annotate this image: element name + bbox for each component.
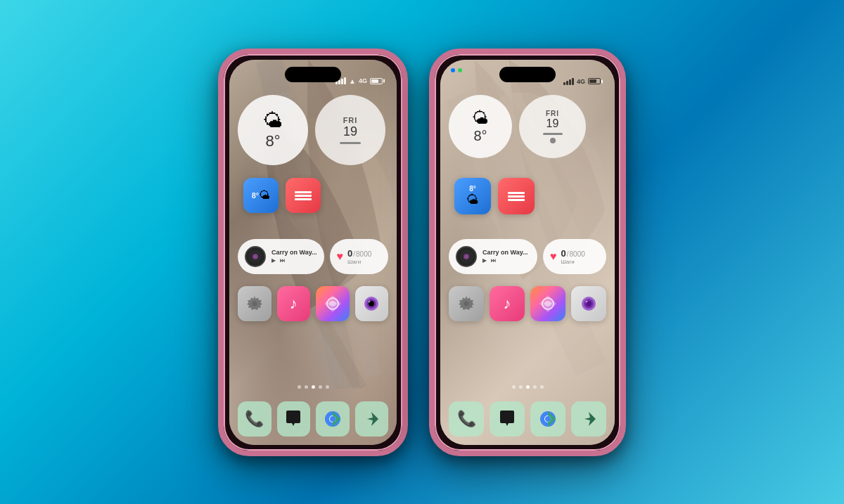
settings-icon-2[interactable] — [449, 286, 484, 321]
health-count-2: 0 — [561, 248, 566, 259]
health-widget-2[interactable]: ♥ 0 / 8000 Шаги — [543, 239, 606, 274]
health-widget-1[interactable]: ♥ 0 / 8000 Шаги — [330, 239, 388, 274]
signal-label-2: 4G — [577, 78, 585, 85]
widgets-area-2: 🌤 8° FRI 19 — [449, 95, 606, 158]
red-app-icon-1[interactable] — [286, 178, 321, 213]
next-button-2[interactable]: ⏭ — [491, 257, 497, 264]
phone-2-frame: 4G 🌤 8° FRI 19 — [429, 49, 626, 456]
dock-chat-icon-1[interactable] — [277, 401, 311, 437]
widgets-area-1: 🌤 8° FRI 19 — [238, 95, 388, 165]
camera-app-icon-2[interactable] — [571, 286, 606, 321]
dock-send-icon-2[interactable] — [571, 401, 606, 437]
send-icon-2 — [580, 411, 597, 427]
dock-send-icon-1[interactable] — [355, 401, 389, 437]
page-dots-2 — [440, 385, 615, 389]
svg-rect-9 — [295, 198, 312, 200]
music-app-icon-sm-2[interactable]: ♪ — [490, 286, 525, 321]
red-app-icon-2[interactable] — [498, 178, 535, 214]
send-icon — [363, 411, 380, 427]
phone-1-frame: ▲ 4G 🌤 8° FRI 19 — [218, 49, 408, 456]
settings-icon-1[interactable] — [238, 286, 271, 321]
svg-rect-23 — [508, 195, 525, 198]
weather-icon-2: 🌤 — [472, 108, 489, 128]
app-row-2: 8° 🌤 — [454, 178, 535, 214]
page-dot — [305, 385, 308, 389]
weather-temp-2: 8° — [473, 128, 487, 144]
chat-icon — [283, 409, 303, 429]
weather-label-2: 8° — [469, 185, 476, 193]
camera-icon-2 — [579, 294, 599, 314]
power-button-2[interactable] — [625, 160, 626, 209]
status-icons-1: ▲ 4G — [335, 77, 383, 85]
dock-1: 📞 — [238, 401, 388, 437]
music-widget-1[interactable]: Carry on Way... ▶ ⏭ — [238, 239, 324, 274]
widgets-row2-1: Carry on Way... ▶ ⏭ ♥ 0 / 8000 — [238, 239, 388, 274]
music-widget-2[interactable]: Carry on Way... ▶ ⏭ — [449, 239, 537, 274]
health-info-1: 0 / 8000 Шаги — [347, 248, 371, 265]
dock-phone-icon-2[interactable]: 📞 — [449, 401, 484, 437]
dock-browser-icon-2[interactable] — [530, 401, 565, 437]
gear-icon-2 — [457, 295, 475, 313]
chrome-icon — [324, 410, 342, 428]
colorful-icon — [323, 294, 343, 314]
svg-rect-8 — [295, 195, 312, 197]
music-info-1: Carry on Way... ▶ ⏭ — [271, 249, 317, 264]
page-dot-active — [312, 385, 315, 389]
phone-1: ▲ 4G 🌤 8° FRI 19 — [218, 49, 408, 456]
colorful-app-icon-1[interactable] — [316, 286, 350, 321]
date-widget-1[interactable]: FRI 19 — [315, 95, 385, 165]
weather-app-icon-1[interactable]: 8° 🌤 — [243, 178, 279, 213]
health-count-1: 0 — [347, 248, 352, 259]
bottom-apps-1: ♪ — [238, 286, 388, 321]
music-title-1: Carry on Way... — [271, 249, 317, 256]
play-button-2[interactable]: ▶ — [482, 257, 487, 264]
bottom-apps-2: ♪ — [449, 286, 606, 321]
music-app-icon-sm-1[interactable]: ♪ — [277, 286, 311, 321]
health-label-2: Шаги — [561, 259, 585, 265]
battery-icon-2 — [588, 78, 601, 84]
status-icons-2: 4G — [563, 78, 601, 85]
music-controls-1: ▶ ⏭ — [271, 257, 317, 264]
colorful-app-icon-2[interactable] — [530, 286, 565, 321]
weather-app-icon-2[interactable]: 8° 🌤 — [454, 178, 491, 214]
battery-icon — [370, 78, 383, 84]
power-button[interactable] — [407, 160, 408, 209]
volume-down-button-2[interactable] — [429, 198, 430, 233]
volume-up-button[interactable] — [218, 156, 219, 191]
svg-point-33 — [545, 416, 551, 422]
phone-2-screen: 4G 🌤 8° FRI 19 — [440, 60, 615, 445]
page-dot-2 — [519, 385, 523, 389]
wifi-icon: ▲ — [349, 77, 356, 85]
dock-browser-icon-1[interactable] — [316, 401, 350, 437]
camera-app-icon-1[interactable] — [355, 286, 389, 321]
date-dash-1 — [340, 142, 361, 144]
colorful-icon-2 — [538, 294, 558, 314]
health-max-1: 8000 — [356, 250, 371, 258]
mute-button-2[interactable] — [429, 124, 430, 146]
mute-button[interactable] — [218, 124, 219, 146]
weather-widget-1[interactable]: 🌤 8° — [238, 95, 308, 165]
dynamic-island-2 — [499, 67, 556, 82]
health-info-2: 0 / 8000 Шаги — [561, 248, 585, 265]
next-button-1[interactable]: ⏭ — [280, 257, 286, 264]
weather-app-label: 8° — [252, 191, 260, 200]
date-num-2: 19 — [546, 117, 559, 130]
volume-down-button[interactable] — [218, 198, 219, 233]
play-button-1[interactable]: ▶ — [271, 257, 276, 264]
page-dot-2 — [512, 385, 516, 389]
music-note-icon-2: ♪ — [504, 295, 511, 313]
volume-up-button-2[interactable] — [429, 156, 430, 191]
dock-chat-icon-2[interactable] — [490, 401, 525, 437]
svg-rect-7 — [295, 191, 312, 193]
date-widget-2[interactable]: FRI 19 — [519, 95, 586, 158]
dynamic-island — [285, 67, 341, 82]
music-note-icon: ♪ — [290, 295, 298, 313]
weather-widget-2[interactable]: 🌤 8° — [449, 95, 512, 158]
dock-phone-icon-1[interactable]: 📞 — [238, 401, 271, 437]
phone-2: 4G 🌤 8° FRI 19 — [429, 49, 626, 456]
signal-label: 4G — [359, 77, 367, 84]
blue-dot — [451, 68, 455, 72]
phone2-indicator — [451, 68, 462, 72]
music-title-2: Carry on Way... — [482, 249, 530, 256]
svg-rect-24 — [508, 199, 525, 201]
